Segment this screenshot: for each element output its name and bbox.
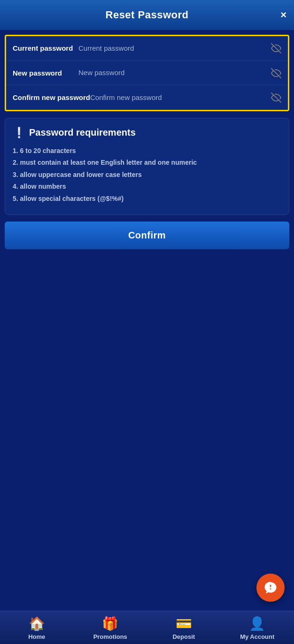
new-password-input-wrap: [78, 69, 281, 77]
requirement-item-4: 4. allow numbers: [13, 182, 281, 192]
chat-button[interactable]: [256, 574, 285, 602]
bottom-nav: 🏠 Home 🎁 Promotions 💳 Deposit 👤 My Accou…: [0, 611, 294, 644]
close-button[interactable]: ×: [280, 10, 286, 20]
toggle-confirm-password-icon[interactable]: [271, 92, 281, 103]
promotions-icon: 🎁: [102, 616, 118, 631]
new-password-row: New password: [6, 61, 288, 86]
password-requirements-box: ❕ Password requirements 1. 6 to 20 chara…: [5, 118, 289, 215]
nav-my-account[interactable]: 👤 My Account: [221, 611, 294, 644]
confirm-password-input-wrap: [90, 93, 281, 102]
confirm-button[interactable]: Confirm: [5, 222, 289, 249]
home-icon: 🏠: [29, 616, 45, 631]
exclaim-icon: ❕: [13, 127, 25, 139]
deposit-icon: 💳: [176, 616, 192, 631]
chat-icon: [263, 581, 278, 595]
confirm-password-input[interactable]: [90, 93, 281, 101]
requirements-list: 1. 6 to 20 characters 2. must contain at…: [13, 146, 281, 204]
requirement-item-3: 3. allow uppercase and lower case letter…: [13, 170, 281, 180]
requirement-item-5: 5. allow special characters (@$!%#): [13, 194, 281, 204]
current-password-input[interactable]: [78, 44, 281, 52]
toggle-new-password-icon[interactable]: [271, 68, 281, 78]
modal-title: Reset Password: [106, 9, 189, 21]
nav-home[interactable]: 🏠 Home: [0, 611, 74, 644]
nav-deposit-label: Deposit: [172, 633, 195, 640]
requirements-title-text: Password requirements: [29, 127, 136, 138]
nav-promotions-label: Promotions: [93, 633, 127, 640]
toggle-current-password-icon[interactable]: [271, 43, 281, 54]
requirement-item-1: 1. 6 to 20 characters: [13, 146, 281, 156]
requirements-title: ❕ Password requirements: [13, 127, 281, 139]
current-password-row: Current password: [6, 36, 288, 61]
my-account-icon: 👤: [249, 616, 265, 631]
confirm-password-row: Confirm new password: [6, 85, 288, 110]
requirement-item-2: 2. must contain at least one English let…: [13, 158, 281, 168]
nav-promotions[interactable]: 🎁 Promotions: [74, 611, 147, 644]
nav-deposit[interactable]: 💳 Deposit: [147, 611, 221, 644]
confirm-password-label: Confirm new password: [13, 93, 90, 102]
nav-home-label: Home: [28, 633, 45, 640]
modal-header: Reset Password ×: [0, 0, 294, 30]
current-password-input-wrap: [78, 44, 281, 53]
nav-my-account-label: My Account: [240, 633, 274, 640]
password-form-section: Current password New password Confirm ne…: [5, 35, 289, 111]
new-password-label: New password: [13, 69, 78, 78]
current-password-label: Current password: [13, 44, 78, 53]
new-password-input[interactable]: [78, 69, 281, 77]
